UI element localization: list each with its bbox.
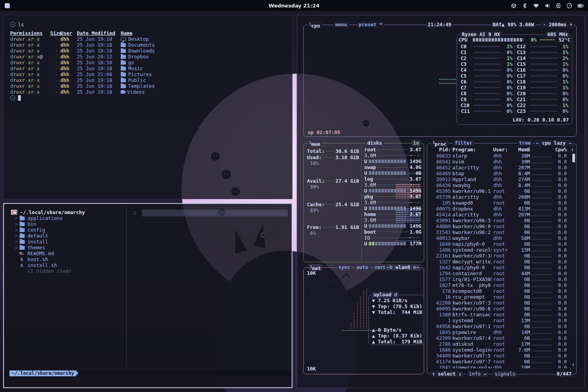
battery-icon[interactable] (577, 3, 584, 9)
disk-size: 3.6T (410, 176, 421, 182)
file-entry[interactable]: bin (4, 221, 126, 227)
process-row[interactable]: 45414 alacritty dhh 207M 0.0 (430, 212, 574, 218)
preset-button[interactable]: preset * (357, 22, 384, 28)
file-name: Dropbox (128, 54, 149, 60)
process-row[interactable]: 46095 kworker/u98:6-kc root 0B 0.0 (430, 306, 574, 312)
iface-next-key[interactable]: n→ (413, 264, 419, 270)
file-entry[interactable]: boot.sh (4, 256, 126, 262)
process-row[interactable]: 41174 kworker/u97:7-kc root 0B 0.0 (430, 359, 574, 365)
process-row[interactable]: 45730 alacritty dhh 208M 0.0 (430, 194, 574, 200)
process-row[interactable]: 46436 swaybg dhh 8.4M 0.0 (430, 182, 574, 188)
file-entry[interactable]: default (4, 233, 126, 239)
ls-row: drwxr-xr-x - dhh 25 Jun 19:18 Desktop (10, 36, 292, 42)
file-entry[interactable]: config (4, 227, 126, 233)
sort-prev-arrow[interactable]: ← (536, 140, 539, 146)
proc-box-title[interactable]: 4proc (431, 140, 448, 146)
col-program[interactable]: Program: (452, 147, 492, 152)
process-row[interactable]: 1845 pipewire dhh 14M 0.0 (430, 329, 574, 335)
process-row[interactable]: 1486 systemd-resolve syst+ 15M 0.0 (430, 247, 574, 253)
sort-next-arrow[interactable]: → (568, 140, 572, 146)
interval-plus-button[interactable]: + (570, 22, 573, 27)
process-row[interactable]: 1794 containerd root 44M 0.0 (430, 270, 574, 276)
net-auto-button[interactable]: auto (355, 264, 370, 270)
process-mem-graph (532, 279, 552, 281)
net-interface-switcher[interactable]: ←b wlan0 n→ (385, 264, 421, 270)
network-box: 3net sync auto zero ←b wlan0 n→ 10K 10K … (303, 267, 424, 374)
process-row[interactable]: 44956 kworker/u97:1-kc root 0B 0.0 (430, 323, 574, 329)
sort-selector[interactable]: ← cpu lazy → (535, 140, 573, 146)
file-owner: dhh (60, 36, 74, 42)
memory-entry-label: Total: (304, 148, 325, 154)
file-name: Desktop (128, 36, 149, 42)
file-entry[interactable]: README.md (4, 250, 126, 256)
net-sync-button[interactable]: sync (337, 264, 352, 270)
process-cpu: 0.0 (554, 318, 567, 323)
bluetooth-icon[interactable] (522, 3, 528, 9)
process-row[interactable]: 39912 Hyprland dhh 274M 0.0 (430, 176, 574, 182)
net-stats-key[interactable]: d (394, 292, 397, 298)
process-row[interactable]: 1380 btrfs-transactio root 0B 0.0 (430, 312, 574, 318)
process-row[interactable]: 40075 dropbox dhh 413M 0.0 (430, 206, 574, 212)
process-row[interactable]: 46452 alacritty dhh 207M 0.0 (430, 165, 574, 171)
cpu-chip-icon[interactable] (555, 3, 561, 9)
select-hint[interactable]: ↑ select ↓ (430, 371, 463, 377)
process-row[interactable]: 44889 kworker/u96:0-gf root 0B 0.0 (430, 223, 574, 229)
ls-row: drwxr-xr-x - dhh 25 Jun 19:18 Public (10, 77, 292, 83)
cpu-box-title[interactable]: 1cpu (308, 22, 321, 28)
scroll-up-arrow[interactable]: ↑ (568, 147, 574, 152)
file-entry[interactable]: applications (4, 215, 126, 221)
file-entry[interactable]: install (4, 239, 126, 245)
tree-button[interactable]: tree (517, 140, 532, 146)
process-row[interactable]: 1640 napi/phy0-0 root 0B 0.0 (430, 241, 574, 247)
col-pid[interactable]: Pid: (430, 147, 451, 152)
process-row[interactable]: 31541 kworker/u96:2-sd root 0B 0.0 (430, 229, 574, 235)
process-row[interactable]: 46469 btop dhh 8.4M 0.0 (430, 171, 574, 176)
file-name-cell: Pictures (121, 71, 292, 77)
menu-button[interactable]: menu (334, 22, 348, 28)
process-name: dropbox (452, 206, 492, 212)
process-row[interactable]: 1642 napi/phy0-0 root 0B 0.0 (430, 265, 574, 270)
process-row[interactable]: 2786 udisksd root 17M 0.0 (430, 341, 574, 347)
process-row[interactable]: 1327 dmcrypt_write/25 root 0B 0.0 (430, 259, 574, 265)
gauge-icon[interactable] (566, 3, 572, 9)
terminal-cursor[interactable] (18, 95, 21, 101)
file-permissions: drwxr-xr-x@ (10, 54, 48, 60)
graph-column (350, 323, 352, 329)
process-row[interactable]: 16 rcu_preempt root 0B 0.0 (430, 294, 574, 300)
iface-prev-key[interactable]: ←b (387, 264, 392, 270)
scroll-down-arrow[interactable]: ↓ (572, 361, 575, 367)
interval-minus-button[interactable]: - (543, 22, 546, 27)
process-row[interactable]: 40013 waybar dhh 58M 0.0 (430, 235, 574, 241)
process-row[interactable]: 1577 irq/81-PIXA3854: root 0B 0.0 (430, 276, 574, 282)
process-row[interactable]: 46542 nvim dhh 30M 0.0 (430, 159, 574, 165)
process-cpu: 0.0 (554, 365, 567, 368)
col-cpu[interactable]: Cpu% (554, 147, 567, 152)
process-row[interactable]: 1827 mt76-tx phy0 root 0B 0.0 (430, 282, 574, 288)
proc-scrollbar[interactable] (572, 154, 575, 162)
process-row[interactable]: 195 kswapd0 root 0B 0.0 (430, 200, 574, 206)
info-hint[interactable]: info ↵ (467, 371, 488, 377)
col-user[interactable]: User: (493, 147, 511, 152)
process-row[interactable]: 1686 systemd-logind root 7.6M 0.0 (430, 347, 574, 353)
signals-hint[interactable]: signals (493, 371, 517, 377)
file-entry[interactable]: themes (4, 245, 126, 250)
net-box-title[interactable]: 3net (309, 264, 322, 270)
process-row[interactable]: 42309 kworker/u97:4-kc root 0B 0.0 (430, 335, 574, 341)
process-row[interactable]: 176 kcompactd0 root 0B 0.0 (430, 288, 574, 294)
filter-button[interactable]: filter (453, 140, 474, 146)
process-row[interactable]: 1 systemd root 13M 0.0 (430, 318, 574, 323)
process-row[interactable]: 34409 kworker/u97:5-kc root 0B 0.0 (430, 353, 574, 359)
process-row[interactable]: 42208 kworker/u97:3-fl root 0B 0.0 (430, 300, 574, 306)
process-row[interactable]: 43091 kworker/u96:3-gf root 0B 0.0 (430, 218, 574, 223)
process-row[interactable]: 1847 pipewire-pulse dhh 19M 0.0 (430, 365, 574, 368)
file-entry[interactable]: install.sh (4, 262, 126, 268)
wifi-icon[interactable] (533, 3, 539, 9)
file-entry[interactable]: ~/.local/share/omarchy (4, 209, 126, 215)
dropbox-icon[interactable] (511, 3, 517, 9)
col-mem[interactable]: MemB (513, 147, 530, 152)
volume-icon[interactable] (544, 3, 550, 9)
process-row[interactable]: 46633 slurp dhh 28M 0.0 (430, 153, 574, 159)
file-entry[interactable]: (1 hidden item) (4, 268, 126, 274)
process-row[interactable]: 22161 kworker/u97:10-k root 0B 0.0 (430, 253, 574, 259)
process-row[interactable]: 45305 kworker/u96:1-sd root 0B 0.0 (430, 188, 574, 194)
